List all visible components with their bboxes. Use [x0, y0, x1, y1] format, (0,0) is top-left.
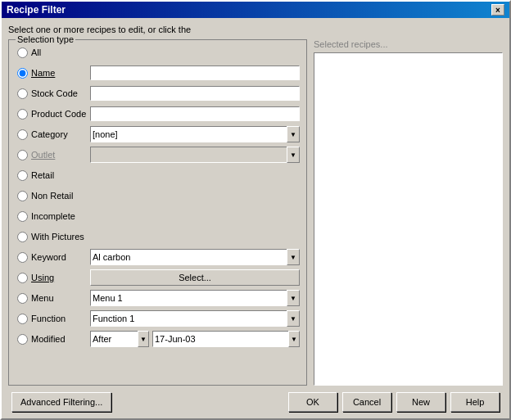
- radio-row-product-code: Product Code: [16, 105, 300, 123]
- outlet-dropdown[interactable]: [90, 147, 300, 163]
- label-non-retail: Non Retail: [31, 191, 90, 201]
- help-button[interactable]: Help: [450, 392, 500, 412]
- recipe-filter-dialog: Recipe Filter × Select one or more recip…: [0, 0, 511, 420]
- radio-incomplete[interactable]: [17, 211, 28, 222]
- radio-using[interactable]: [17, 273, 28, 283]
- menu-dropdown[interactable]: Menu 1: [90, 290, 300, 306]
- label-using: Using: [31, 273, 90, 282]
- ok-button[interactable]: OK: [288, 392, 337, 412]
- radio-row-incomplete: Incomplete: [16, 207, 300, 225]
- label-outlet: Outlet: [31, 150, 90, 160]
- radio-keyword[interactable]: [17, 252, 28, 263]
- radio-with-pictures[interactable]: [17, 232, 28, 242]
- label-menu: Menu: [31, 293, 90, 303]
- radio-menu[interactable]: [17, 293, 28, 304]
- radio-row-using: Using Select...: [16, 269, 300, 287]
- radio-all[interactable]: [17, 47, 28, 58]
- right-buttons: OK Cancel New Help: [288, 392, 500, 412]
- radio-retail[interactable]: [17, 170, 28, 181]
- radio-row-retail: Retail: [16, 166, 300, 184]
- label-name: Name: [31, 68, 90, 78]
- radio-row-keyword: Keyword Al carbon ▼: [16, 248, 300, 266]
- radio-name[interactable]: [17, 68, 28, 79]
- radio-row-category: Category [none] ▼: [16, 125, 300, 143]
- radio-stock-code[interactable]: [17, 88, 28, 99]
- radio-row-modified: Modified After Before ▼: [16, 330, 300, 348]
- button-row: Advanced Filtering... OK Cancel New Help: [8, 392, 503, 412]
- radio-row-menu: Menu Menu 1 ▼: [16, 289, 300, 307]
- radio-product-code[interactable]: [17, 109, 28, 120]
- radio-function[interactable]: [17, 314, 28, 324]
- label-stock-code: Stock Code: [31, 88, 90, 98]
- label-retail: Retail: [31, 170, 90, 180]
- label-function: Function: [31, 314, 90, 323]
- close-button[interactable]: ×: [491, 4, 504, 16]
- label-with-pictures: With Pictures: [31, 232, 90, 242]
- product-code-input[interactable]: [90, 106, 300, 121]
- radio-row-outlet: Outlet ▼: [16, 146, 300, 164]
- radio-row-stock-code: Stock Code: [16, 84, 300, 102]
- label-category: Category: [31, 129, 90, 139]
- group-label: Selection type: [16, 34, 75, 44]
- function-dropdown[interactable]: Function 1: [90, 310, 300, 327]
- stock-code-input[interactable]: [90, 86, 300, 101]
- instruction-text: Select one or more recipes to edit, or c…: [8, 25, 503, 34]
- radio-row-all: All: [16, 43, 300, 61]
- radio-row-with-pictures: With Pictures: [16, 228, 300, 246]
- radio-modified[interactable]: [17, 334, 28, 345]
- label-all: All: [31, 47, 90, 57]
- new-button[interactable]: New: [396, 392, 445, 412]
- category-dropdown[interactable]: [none]: [90, 126, 300, 142]
- dialog-title: Recipe Filter: [7, 4, 66, 16]
- label-modified: Modified: [31, 334, 90, 344]
- radio-outlet[interactable]: [17, 150, 28, 160]
- modified-after-dropdown[interactable]: After Before: [90, 331, 149, 347]
- radio-category[interactable]: [17, 129, 28, 140]
- label-product-code: Product Code: [31, 109, 90, 119]
- selection-type-group: Selection type All Name: [8, 39, 307, 386]
- advanced-filtering-button[interactable]: Advanced Filtering...: [11, 392, 111, 412]
- label-incomplete: Incomplete: [31, 211, 90, 221]
- radio-row-function: Function Function 1 ▼: [16, 309, 300, 327]
- title-bar: Recipe Filter ×: [2, 2, 509, 18]
- label-keyword: Keyword: [31, 252, 90, 262]
- radio-row-name: Name: [16, 64, 300, 82]
- name-input[interactable]: [90, 65, 300, 80]
- radio-row-non-retail: Non Retail: [16, 187, 300, 205]
- keyword-dropdown[interactable]: Al carbon: [90, 249, 300, 265]
- select-button[interactable]: Select...: [90, 269, 300, 286]
- cancel-button[interactable]: Cancel: [342, 392, 391, 412]
- right-panel: Selected recipes...: [314, 39, 503, 386]
- modified-controls: After Before ▼ 17-Jun-03 ▼: [90, 331, 300, 347]
- radio-non-retail[interactable]: [17, 191, 28, 201]
- modified-date-dropdown[interactable]: 17-Jun-03: [152, 331, 300, 347]
- selected-recipes-label: Selected recipes...: [314, 39, 503, 49]
- selected-recipes-box: [314, 52, 503, 386]
